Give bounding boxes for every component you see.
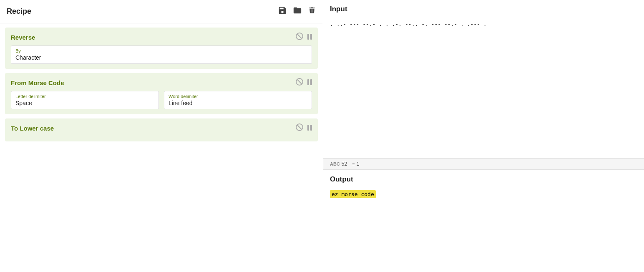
op-field-word-delimiter[interactable]: Word delimiter Line feed <box>164 91 312 109</box>
disable-icon-from-morse[interactable] <box>296 78 303 88</box>
input-header: Input <box>323 0 644 17</box>
op-field-by-value: Character <box>15 54 307 61</box>
op-field-letter-delimiter[interactable]: Letter delimiter Space <box>11 91 159 109</box>
operations-list: Reverse By Character From Morse Code <box>0 23 323 272</box>
op-block-reverse: Reverse By Character <box>5 28 318 69</box>
recipe-title: Recipe <box>7 7 278 16</box>
recipe-toolbar <box>278 6 316 17</box>
op-title-from-morse: From Morse Code <box>11 79 64 86</box>
line-icon: ≡ <box>352 161 355 166</box>
output-text: ez_morse_code <box>330 190 376 198</box>
save-icon[interactable] <box>278 6 287 17</box>
line-count: 1 <box>357 161 360 167</box>
op-block-to-lower: To Lower case <box>5 118 318 141</box>
input-stats-bar: ABC 52 ≡ 1 <box>323 159 644 170</box>
op-title-to-lower: To Lower case <box>11 125 54 132</box>
op-header-to-lower: To Lower case <box>11 123 312 133</box>
line-count-stat: ≡ 1 <box>352 161 359 167</box>
folder-icon[interactable] <box>293 6 302 17</box>
op-field-word-value: Line feed <box>169 100 307 106</box>
char-icon: ABC <box>330 161 340 166</box>
output-section: Output ez_morse_code <box>323 170 644 272</box>
op-header-from-morse: From Morse Code <box>11 78 312 88</box>
op-field-by-label: By <box>15 48 307 53</box>
char-count-stat: ABC 52 <box>330 161 347 167</box>
output-header: Output <box>323 170 644 187</box>
op-header-reverse: Reverse <box>11 33 312 42</box>
op-controls-reverse <box>296 33 312 42</box>
recipe-header: Recipe <box>0 0 323 23</box>
op-fields-from-morse: Letter delimiter Space Word delimiter Li… <box>11 91 312 109</box>
pause-icon-from-morse[interactable] <box>307 78 312 87</box>
op-title-reverse: Reverse <box>11 34 35 41</box>
char-count: 52 <box>342 161 347 167</box>
op-field-letter-label: Letter delimiter <box>15 94 154 99</box>
op-controls-to-lower <box>296 123 312 133</box>
op-block-from-morse: From Morse Code Letter delimiter Space W… <box>5 73 318 114</box>
op-controls-from-morse <box>296 78 312 88</box>
op-field-word-label: Word delimiter <box>169 94 307 99</box>
op-field-by[interactable]: By Character <box>11 45 312 64</box>
output-area: ez_morse_code <box>323 187 644 201</box>
disable-icon-reverse[interactable] <box>296 33 303 42</box>
disable-icon-to-lower[interactable] <box>296 123 303 133</box>
pause-icon-to-lower[interactable] <box>307 124 312 133</box>
trash-icon[interactable] <box>308 6 316 17</box>
op-field-letter-value: Space <box>15 100 154 106</box>
right-panel: Input . ..- --- --.- . . .-. --.. -. ---… <box>323 0 644 272</box>
pause-icon-reverse[interactable] <box>307 33 312 42</box>
left-panel: Recipe Reverse <box>0 0 323 272</box>
input-textarea[interactable]: . ..- --- --.- . . .-. --.. -. --- --.- … <box>323 17 644 159</box>
input-section: Input . ..- --- --.- . . .-. --.. -. ---… <box>323 0 644 170</box>
